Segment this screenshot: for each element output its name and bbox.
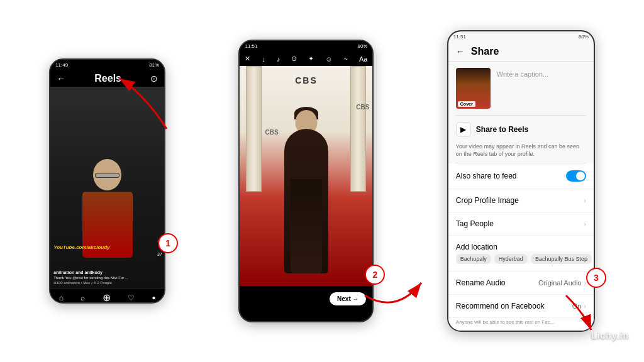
rename-audio-value: Original Audio (538, 279, 582, 287)
phone2-bg-scene: CBS CBS CBS (240, 66, 372, 286)
phone2-wrapper: 11:51 80% ✕ ↓ ♪ ⊙ ✦ ☺ ~ Aa (238, 40, 374, 322)
reels-description: Your video may appear in Reels and can b… (448, 143, 594, 163)
rename-audio-row[interactable]: Rename Audio Original Audio › (448, 272, 594, 295)
share-to-reels-title: Share to Reels (476, 125, 528, 134)
recommend-fb-right: On › (572, 302, 586, 310)
step1-circle: 1 (158, 233, 178, 253)
squiggle-icon[interactable]: ~ (344, 55, 348, 63)
phone3-time: 11:51 (453, 34, 466, 40)
phone3-top-bar: ← Share (448, 42, 594, 62)
recommend-fb-row[interactable]: Recommend on Facebook On › (448, 295, 594, 318)
fb-description: Anyone will be able to see this reel on … (448, 318, 594, 329)
share-to-reels-row: ▶ Share to Reels (448, 116, 594, 143)
step3-circle: 3 (586, 268, 606, 288)
sticker-icon[interactable]: ☺ (325, 55, 332, 63)
download-icon[interactable]: ↓ (262, 55, 265, 63)
location-tag-1[interactable]: Bachupaly (456, 254, 491, 264)
tag-people-row[interactable]: Tag People › (448, 212, 594, 236)
rename-audio-right: Original Audio › (538, 279, 586, 287)
reels-icon: ▶ (456, 122, 471, 137)
cbs-logo: CBS (295, 75, 318, 85)
caption: Thank You @mivi for sending this Mivi Fo… (53, 276, 148, 280)
phone2-status-bar: 11:51 80% (240, 41, 372, 52)
also-share-toggle[interactable] (566, 170, 586, 182)
phone2-battery: 80% (357, 43, 367, 49)
phone1-video-content: ♥ 37 YouTube.com/akcloudy anilnation and… (50, 87, 164, 288)
phone3-share-title: Share (471, 46, 499, 57)
crop-profile-row[interactable]: Crop Profile Image › (448, 189, 594, 212)
phone1-title: Reels (94, 73, 121, 84)
location-tag-3[interactable]: Bachupally Bus Stop (531, 254, 592, 264)
phone2-toolbar: ✕ ↓ ♪ ⊙ ✦ ☺ ~ Aa (240, 52, 372, 66)
cover-section: Cover Write a caption... (448, 62, 594, 115)
glasses (95, 173, 119, 178)
recommend-fb-chevron: › (584, 303, 586, 310)
add-nav-icon[interactable]: ⊕ (103, 292, 111, 304)
rename-audio-chevron: › (584, 280, 586, 287)
also-share-row: Also share to feed (448, 163, 594, 189)
phone2-person (284, 129, 328, 273)
also-share-label: Also share to feed (456, 172, 517, 180)
recommend-fb-value: On (572, 302, 582, 310)
back-icon[interactable]: ← (57, 74, 65, 84)
phone3-frame: 11:51 80% ← Share Cover Write a capt (447, 30, 595, 332)
step3-label: 3 (594, 273, 599, 283)
close-icon[interactable]: ✕ (245, 55, 250, 63)
step1-label: 1 (165, 238, 170, 248)
phone2-video-content: CBS CBS CBS (240, 66, 372, 286)
text-icon[interactable]: Aa (359, 55, 367, 63)
youtube-text: YouTube.com/akcloudy (53, 244, 109, 250)
video-thumbnail[interactable]: Cover (456, 68, 491, 109)
phone1-bottom-info: anilnation and anilkody Thank You @mivi … (53, 270, 148, 285)
phone1-nav-bar: ⌂ ⌕ ⊕ ♡ ● (50, 288, 164, 304)
phone3-battery: 80% (579, 34, 589, 40)
step2-label: 2 (373, 270, 378, 280)
add-location-label: Add location (456, 243, 497, 251)
tag-people-label: Tag People (456, 219, 494, 228)
advanced-settings[interactable]: Advanced settings › (448, 329, 594, 332)
crop-profile-chevron: › (584, 197, 586, 204)
bottom-meta: H100 anilnation • Mivi ♪ A 2 People (53, 281, 148, 285)
phone3-wrapper: 11:51 80% ← Share Cover Write a capt (447, 30, 595, 332)
music-icon[interactable]: ♪ (277, 55, 280, 63)
cbs-bg-left: CBS (265, 129, 278, 136)
phone1-top-bar: ← Reels ⊙ (50, 70, 164, 87)
profile-nav-icon[interactable]: ● (152, 294, 155, 301)
phone1-video-bg: ♥ 37 YouTube.com/akcloudy anilnation and… (50, 87, 164, 288)
tag-people-chevron: › (584, 221, 586, 228)
pillar-left (246, 66, 262, 192)
reels-text: Share to Reels (476, 125, 528, 134)
watermark: Lichy.in (591, 331, 629, 341)
person-silhouette (82, 159, 133, 256)
crop-profile-label: Crop Profile Image (456, 196, 519, 205)
add-location-row[interactable]: Add location Bachupaly Hyderbad Bachupal… (448, 236, 594, 272)
camera-icon[interactable]: ⊙ (150, 74, 158, 84)
caption-input[interactable]: Write a caption... (497, 68, 586, 78)
location-tag-2[interactable]: Hyderbad (494, 254, 528, 264)
phone1-time: 11:49 (55, 62, 68, 68)
phone1-frame: 11:49 81% ← Reels ⊙ (49, 58, 165, 304)
phone1-battery: 81% (149, 62, 159, 68)
home-nav-icon[interactable]: ⌂ (59, 293, 64, 302)
phone2-time: 11:51 (245, 43, 257, 49)
person-body (284, 129, 328, 273)
phone1-status-bar: 11:49 81% (50, 60, 164, 70)
next-button[interactable]: Next → (330, 292, 366, 305)
search-nav-icon[interactable]: ⌕ (80, 293, 85, 302)
phone3-status-bar: 11:51 80% (448, 31, 594, 42)
phone2-bottom-bar: Next → (240, 286, 372, 311)
face (93, 159, 121, 190)
phone3-back-arrow[interactable]: ← (456, 47, 465, 57)
location-tags: Bachupaly Hyderbad Bachupally Bus Stop (456, 251, 592, 264)
rename-audio-label: Rename Audio (456, 278, 506, 287)
phone1-wrapper: 11:49 81% ← Reels ⊙ (49, 58, 165, 304)
cbs-bg-right: CBS (356, 104, 369, 111)
mic-icon[interactable]: ⊙ (291, 55, 297, 63)
likes-nav-icon[interactable]: ♡ (128, 293, 135, 302)
like-count: 37 (157, 252, 162, 256)
effects-icon[interactable]: ✦ (308, 55, 314, 63)
cover-label[interactable]: Cover (458, 101, 475, 107)
phone3-content: Cover Write a caption... ▶ Share to Reel… (448, 62, 594, 332)
phone2-frame: 11:51 80% ✕ ↓ ♪ ⊙ ✦ ☺ ~ Aa (238, 40, 374, 322)
step2-circle: 2 (365, 265, 385, 285)
